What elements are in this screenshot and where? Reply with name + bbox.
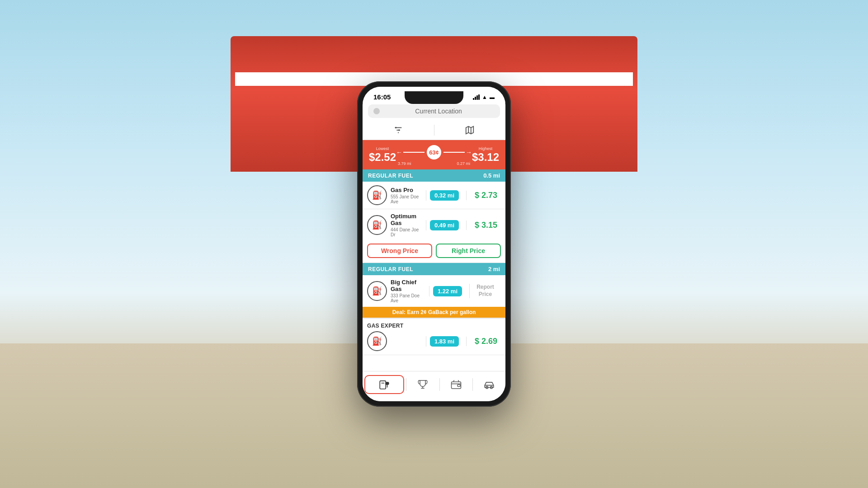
section-header-1: REGULAR FUEL 0.5 mi <box>363 169 505 182</box>
price-high: $3.12 <box>472 151 499 164</box>
svg-point-4 <box>398 129 400 131</box>
status-icons: ▲ ▬ <box>473 94 495 100</box>
station-row-optimum[interactable]: ⛽ Optimum Gas 444 Dane Joe Dr 0.49 mi $ … <box>363 209 505 241</box>
station-icon-gas-pro: ⛽ <box>367 185 387 205</box>
phone-device: 16:05 ▲ ▬ Current Location <box>357 81 511 407</box>
price-arrow-row: ← 63¢ → <box>396 144 472 161</box>
section-2-label: REGULAR FUEL <box>368 266 413 272</box>
left-arrow-icon: ← <box>396 149 402 156</box>
station-name-gas-expert: GAS EXPERT <box>367 323 403 329</box>
station-price-col-gas-pro: $ 2.73 <box>466 191 501 200</box>
station-name-gas-pro: Gas Pro <box>391 187 422 193</box>
bottom-nav <box>363 371 505 401</box>
wrong-price-button[interactable]: Wrong Price <box>367 244 432 258</box>
station-card-gas-pro: ⛽ Gas Pro 555 Jane Doe Ave 0.32 mi $ 2.7… <box>363 182 505 209</box>
svg-point-3 <box>395 127 396 129</box>
station-distance-col-optimum: 0.49 mi <box>426 220 462 230</box>
price-range-banner: Lowest $2.52 ← 63¢ → 3.79 mi <box>363 140 505 169</box>
nav-item-car[interactable] <box>473 377 505 392</box>
deal-banner: Deal: Earn 2¢ GaBack per gallon <box>363 307 505 318</box>
station-distance-col-gas-expert: 1.83 mi <box>426 336 462 347</box>
highest-label: Highest <box>479 146 493 151</box>
nav-item-gas[interactable] <box>364 375 404 394</box>
section-1-label: REGULAR FUEL <box>368 173 413 179</box>
search-location-dot <box>373 108 380 114</box>
station-distance-col-big-chief: 1.22 mi <box>429 286 466 296</box>
price-high-group: Highest $3.12 <box>472 146 499 164</box>
right-line <box>443 152 465 153</box>
station-card-big-chief: ⛽ Big Chief Gas 333 Pane Doe Ave 1.22 mi… <box>363 275 505 318</box>
price-range-middle: ← 63¢ → 3.79 mi 0.27 mi <box>396 144 472 166</box>
station-price-gas-expert: $ 2.69 <box>470 337 497 346</box>
current-price-badge: 63¢ <box>425 144 443 161</box>
section-2-distance: 2 mi <box>488 266 500 272</box>
signal-icon <box>473 94 480 100</box>
station-address-optimum: 444 Dane Joe Dr <box>391 227 422 237</box>
station-distance-big-chief: 1.22 mi <box>433 286 462 296</box>
station-distance-col-gas-pro: 0.32 mi <box>426 190 462 201</box>
battery-icon: ▬ <box>490 94 495 100</box>
station-icon-gas-expert: ⛽ <box>367 331 387 351</box>
phone-notch <box>405 91 463 104</box>
station-address-big-chief: 333 Pane Doe Ave <box>391 293 425 303</box>
svg-rect-8 <box>380 381 386 389</box>
report-price-big-chief[interactable]: ReportPrice <box>476 284 494 298</box>
section-header-2: REGULAR FUEL 2 mi <box>363 263 505 275</box>
dist-low-label: 3.79 mi <box>398 161 411 166</box>
station-price-col-big-chief: ReportPrice <box>469 284 501 298</box>
station-icon-big-chief: ⛽ <box>367 281 387 301</box>
toolbar <box>363 121 505 140</box>
station-price-col-optimum: $ 3.15 <box>466 221 501 230</box>
nav-item-trophy[interactable] <box>406 377 439 392</box>
left-line <box>403 152 425 153</box>
station-info-optimum: Optimum Gas 444 Dane Joe Dr <box>391 213 422 237</box>
station-row-gas-expert[interactable]: ⛽ 1.83 mi $ 2.69 <box>363 330 505 355</box>
section-1-distance: 0.5 mi <box>483 172 500 179</box>
search-input[interactable]: Current Location <box>382 108 495 115</box>
svg-marker-5 <box>466 127 474 134</box>
mi-labels: 3.79 mi 0.27 mi <box>396 161 472 166</box>
station-info-big-chief: Big Chief Gas 333 Pane Doe Ave <box>391 279 425 303</box>
station-price-col-gas-expert: $ 2.69 <box>466 337 501 346</box>
station-distance-gas-pro: 0.32 mi <box>430 190 459 201</box>
station-name-optimum: Optimum Gas <box>391 213 422 226</box>
map-button[interactable] <box>434 123 506 137</box>
station-card-gas-expert: GAS EXPERT ⛽ 1.83 mi $ 2.69 <box>363 318 505 355</box>
dist-high-label: 0.27 mi <box>457 161 470 166</box>
station-icon-optimum: ⛽ <box>367 215 387 235</box>
station-distance-gas-expert: 1.83 mi <box>430 336 459 347</box>
wifi-icon: ▲ <box>482 94 487 100</box>
lowest-label: Lowest <box>376 146 389 151</box>
phone-body: 16:05 ▲ ▬ Current Location <box>357 81 511 407</box>
station-address-gas-pro: 555 Jane Doe Ave <box>391 194 422 204</box>
filter-button[interactable] <box>363 123 434 137</box>
phone-screen: 16:05 ▲ ▬ Current Location <box>363 87 505 401</box>
right-arrow-icon: → <box>466 149 472 156</box>
station-distance-optimum: 0.49 mi <box>430 220 459 230</box>
station-card-optimum: ⛽ Optimum Gas 444 Dane Joe Dr 0.49 mi $ … <box>363 209 505 263</box>
search-bar[interactable]: Current Location <box>368 104 500 118</box>
station-info-gas-pro: Gas Pro 555 Jane Doe Ave <box>391 187 422 204</box>
price-low: $2.52 <box>369 151 396 164</box>
station-row-big-chief[interactable]: ⛽ Big Chief Gas 333 Pane Doe Ave 1.22 mi… <box>363 275 505 307</box>
station-header-gas-expert: GAS EXPERT <box>363 319 505 330</box>
svg-rect-16 <box>451 382 461 389</box>
station-price-gas-pro: $ 2.73 <box>470 191 497 200</box>
price-actions-optimum: Wrong Price Right Price <box>363 241 505 263</box>
station-row-gas-pro[interactable]: ⛽ Gas Pro 555 Jane Doe Ave 0.32 mi $ 2.7… <box>363 182 505 209</box>
station-name-big-chief: Big Chief Gas <box>391 279 425 292</box>
price-low-group: Lowest $2.52 <box>369 146 396 164</box>
svg-rect-10 <box>386 382 389 385</box>
right-price-button[interactable]: Right Price <box>436 244 501 258</box>
svg-rect-17 <box>458 385 460 387</box>
status-time: 16:05 <box>373 93 391 101</box>
nav-item-wallet[interactable] <box>440 377 472 392</box>
station-price-optimum: $ 3.15 <box>470 221 497 230</box>
